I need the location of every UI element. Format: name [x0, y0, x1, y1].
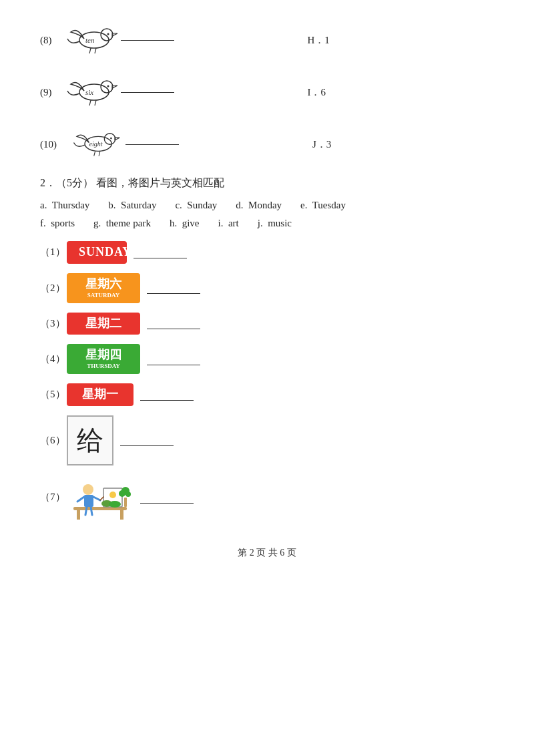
svg-text:eight: eight	[89, 140, 102, 148]
svg-point-7	[101, 81, 113, 93]
s2-q1-label: （1）	[40, 246, 67, 258]
svg-point-25	[83, 484, 93, 495]
s2-q6-blank	[120, 434, 174, 446]
s2-q3-label: （3）	[40, 317, 67, 330]
s2-q6-label: （6）	[40, 434, 67, 447]
svg-rect-19	[77, 510, 80, 520]
svg-rect-26	[84, 495, 93, 507]
svg-rect-35	[124, 498, 127, 507]
q8-answer-right: H．1	[308, 34, 330, 47]
question-10: (10) eight J．3	[40, 124, 494, 164]
s2-q4-blank	[147, 353, 200, 365]
s2-q4-image: 星期四 THURSDAY	[67, 344, 140, 374]
svg-point-8	[107, 85, 109, 87]
q10-label: (10)	[40, 139, 57, 150]
svg-point-1	[101, 29, 113, 41]
tuesday-badge: 星期二	[67, 313, 140, 335]
svg-point-2	[107, 33, 109, 35]
question-8: (8) ten H．1	[40, 20, 494, 60]
q8-image: ten	[57, 20, 117, 60]
svg-rect-20	[120, 510, 123, 520]
saturday-badge: 星期六 SATURDAY	[67, 273, 140, 303]
s2-question-6: （6） 给	[40, 415, 494, 465]
word-b: b. Saturday	[108, 200, 156, 211]
s2-q6-image: 给	[67, 415, 113, 465]
word-d: d. Monday	[236, 200, 282, 211]
s2-q5-label: （5）	[40, 388, 67, 401]
s2-question-2: （2） 星期六 SATURDAY	[40, 273, 494, 303]
s2-question-5: （5） 星期一	[40, 383, 494, 405]
svg-text:ten: ten	[85, 36, 95, 44]
s2-q5-blank	[140, 389, 194, 401]
q9-image: six	[57, 72, 117, 112]
word-list-row2: f. sports g. theme park h. give i. art j…	[40, 218, 494, 229]
s2-q5-image: 星期一	[67, 383, 134, 405]
s2-q7-label: （7）	[40, 491, 67, 504]
svg-line-17	[99, 151, 100, 156]
svg-point-14	[110, 138, 112, 140]
svg-line-27	[77, 497, 84, 502]
svg-point-22	[109, 492, 116, 498]
question-9: (9) six I．6	[40, 72, 494, 112]
s2-q2-blank	[147, 282, 200, 294]
q10-answer-right: J．3	[312, 138, 331, 151]
word-list-row1: a. Thursday b. Saturday c. Sunday d. Mon…	[40, 200, 494, 211]
s2-question-1: （1） SUNDAY	[40, 241, 494, 264]
page-footer: 第 2 页 共 6 页	[40, 547, 494, 559]
word-c: c. Sunday	[175, 200, 217, 211]
svg-line-29	[85, 507, 87, 515]
s2-q4-label: （4）	[40, 353, 67, 365]
q9-answer-right: I．6	[308, 86, 326, 99]
word-g: g. theme park	[93, 218, 151, 229]
s2-q1-image: SUNDAY	[67, 241, 127, 264]
word-a: a. Thursday	[40, 200, 89, 211]
s2-q3-image: 星期二	[67, 313, 140, 335]
section2-title: 2．（5分） 看图，将图片与英文相匹配	[40, 176, 494, 190]
q8-answer-blank	[121, 40, 174, 41]
s2-q3-blank	[147, 317, 200, 329]
sunday-badge: SUNDAY	[67, 241, 127, 264]
give-character-box: 给	[67, 415, 113, 465]
svg-line-30	[91, 507, 92, 515]
svg-point-33	[119, 490, 125, 497]
s2-q7-blank	[140, 492, 194, 504]
q8-label: (8)	[40, 35, 52, 46]
s2-question-7: （7）	[40, 475, 494, 520]
svg-line-4	[89, 48, 91, 53]
svg-line-28	[93, 497, 100, 500]
svg-line-10	[89, 100, 91, 106]
monday-badge: 星期一	[67, 383, 134, 405]
svg-point-13	[104, 134, 115, 145]
word-i: i. art	[218, 218, 238, 229]
s2-q2-label: （2）	[40, 282, 67, 295]
word-e: e. Tuesday	[300, 200, 346, 211]
s2-question-4: （4） 星期四 THURSDAY	[40, 344, 494, 374]
q10-answer-blank	[125, 144, 179, 145]
svg-line-5	[95, 48, 96, 53]
q10-image: eight	[62, 124, 122, 164]
q9-label: (9)	[40, 87, 52, 98]
svg-line-16	[94, 151, 95, 156]
word-f: f. sports	[40, 218, 75, 229]
svg-line-11	[95, 100, 96, 106]
svg-point-34	[125, 492, 131, 497]
q9-answer-blank	[121, 92, 174, 93]
svg-point-24	[109, 501, 121, 508]
svg-text:six: six	[85, 88, 93, 96]
s2-q2-image: 星期六 SATURDAY	[67, 273, 140, 303]
s2-q7-image	[67, 475, 134, 520]
s2-q1-blank	[134, 246, 187, 258]
word-h: h. give	[170, 218, 200, 229]
word-j: j. music	[258, 218, 292, 229]
s2-question-3: （3） 星期二	[40, 313, 494, 335]
thursday-badge: 星期四 THURSDAY	[67, 344, 140, 374]
